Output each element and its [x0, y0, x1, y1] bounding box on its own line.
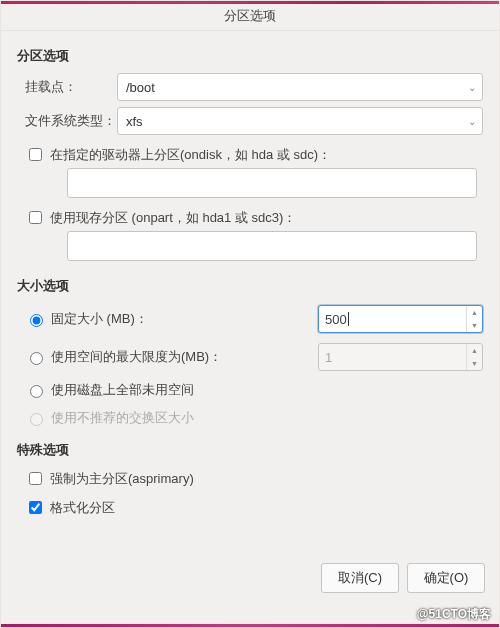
- top-edge-decoration: [1, 1, 499, 4]
- size-fill-label: 使用磁盘上全部未用空间: [51, 381, 194, 399]
- size-fixed-label: 固定大小 (MB)：: [51, 310, 148, 328]
- chevron-down-icon: ⌄: [468, 82, 476, 93]
- ondisk-checkbox[interactable]: [29, 148, 42, 161]
- size-max-value: 1: [319, 344, 466, 370]
- mount-value: /boot: [126, 80, 155, 95]
- spinner-buttons: ▲ ▼: [466, 306, 482, 332]
- section-size-title: 大小选项: [17, 277, 483, 295]
- ondisk-input-wrap: [67, 168, 483, 198]
- ok-button[interactable]: 确定(O): [407, 563, 485, 593]
- cancel-button-label: 取消(C): [338, 569, 382, 587]
- spinner-up-icon[interactable]: ▲: [467, 344, 482, 357]
- size-swap-radio: [30, 413, 43, 426]
- format-checkbox[interactable]: [29, 501, 42, 514]
- dialog-window: 分区选项 分区选项 挂载点： /boot ⌄ 文件系统类型： xfs ⌄ 在指定…: [0, 0, 500, 628]
- spinner-down-icon[interactable]: ▼: [467, 357, 482, 370]
- ondisk-input[interactable]: [67, 168, 477, 198]
- cancel-button[interactable]: 取消(C): [321, 563, 399, 593]
- fstype-row: 文件系统类型： xfs ⌄: [17, 107, 483, 135]
- size-fixed-radio[interactable]: [30, 314, 43, 327]
- size-fixed-value: 500: [319, 306, 466, 332]
- format-label: 格式化分区: [50, 499, 115, 517]
- ondisk-label: 在指定的驱动器上分区(ondisk，如 hda 或 sdc)：: [50, 146, 331, 164]
- size-max-spinner[interactable]: 1 ▲ ▼: [318, 343, 483, 371]
- asprimary-label: 强制为主分区(asprimary): [50, 470, 194, 488]
- size-max-radio[interactable]: [30, 352, 43, 365]
- onpart-input-wrap: [67, 231, 483, 261]
- asprimary-row: 强制为主分区(asprimary): [25, 469, 483, 488]
- size-fill-row: 使用磁盘上全部未用空间: [25, 381, 483, 399]
- size-max-row: 使用空间的最大限度为(MB)： 1 ▲ ▼: [25, 343, 483, 371]
- asprimary-checkbox[interactable]: [29, 472, 42, 485]
- fstype-value: xfs: [126, 114, 143, 129]
- size-max-label: 使用空间的最大限度为(MB)：: [51, 348, 222, 366]
- bottom-edge-decoration: [1, 624, 499, 627]
- onpart-input[interactable]: [67, 231, 477, 261]
- section-partition-title: 分区选项: [17, 47, 483, 65]
- dialog-body: 分区选项 挂载点： /boot ⌄ 文件系统类型： xfs ⌄ 在指定的驱动器上…: [1, 31, 499, 517]
- format-row: 格式化分区: [25, 498, 483, 517]
- mount-row: 挂载点： /boot ⌄: [17, 73, 483, 101]
- ondisk-row: 在指定的驱动器上分区(ondisk，如 hda 或 sdc)：: [25, 145, 483, 164]
- onpart-label: 使用现存分区 (onpart，如 hda1 或 sdc3)：: [50, 209, 296, 227]
- spinner-up-icon[interactable]: ▲: [467, 306, 482, 319]
- window-title: 分区选项: [224, 8, 276, 23]
- mount-label: 挂载点：: [17, 78, 117, 96]
- mount-combobox[interactable]: /boot ⌄: [117, 73, 483, 101]
- size-swap-row: 使用不推荐的交换区大小: [25, 409, 483, 427]
- chevron-down-icon: ⌄: [468, 116, 476, 127]
- watermark-text: @51CTO博客: [417, 606, 491, 623]
- onpart-checkbox[interactable]: [29, 211, 42, 224]
- section-special-title: 特殊选项: [17, 441, 483, 459]
- ok-button-label: 确定(O): [424, 569, 469, 587]
- size-fixed-row: 固定大小 (MB)： 500 ▲ ▼: [25, 305, 483, 333]
- size-fill-radio[interactable]: [30, 385, 43, 398]
- size-fixed-spinner[interactable]: 500 ▲ ▼: [318, 305, 483, 333]
- fstype-combobox[interactable]: xfs ⌄: [117, 107, 483, 135]
- titlebar: 分区选项: [1, 1, 499, 31]
- button-bar: 取消(C) 确定(O): [321, 563, 485, 593]
- spinner-down-icon[interactable]: ▼: [467, 319, 482, 332]
- size-swap-label: 使用不推荐的交换区大小: [51, 409, 194, 427]
- spinner-buttons: ▲ ▼: [466, 344, 482, 370]
- onpart-row: 使用现存分区 (onpart，如 hda1 或 sdc3)：: [25, 208, 483, 227]
- fstype-label: 文件系统类型：: [17, 112, 117, 130]
- text-cursor: [348, 312, 349, 326]
